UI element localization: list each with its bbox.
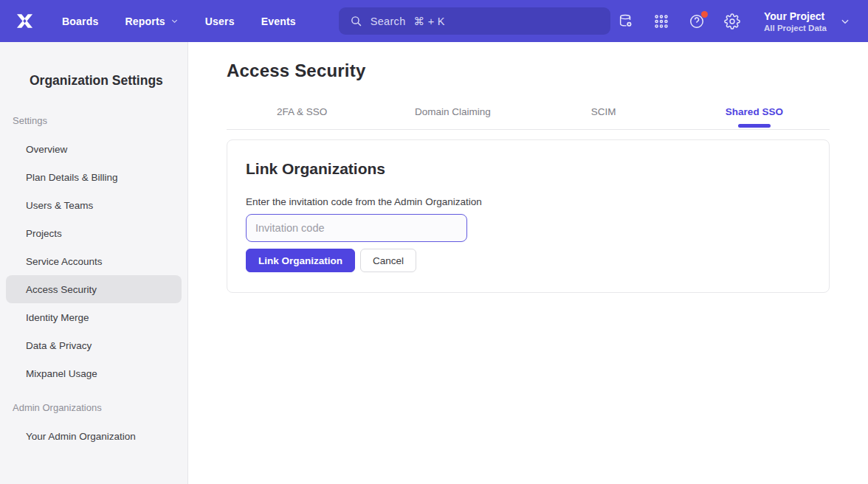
search-placeholder: Search [371, 15, 406, 27]
sidebar-item-your-admin-organization[interactable]: Your Admin Organization [0, 422, 187, 450]
tab-scim[interactable]: SCIM [528, 97, 679, 129]
tab-domain-claiming[interactable]: Domain Claiming [377, 97, 528, 129]
search-shortcut: ⌘ + K [414, 15, 445, 27]
nav-item-reports-label: Reports [125, 15, 165, 27]
sidebar-item-identity-merge[interactable]: Identity Merge [0, 303, 187, 331]
cancel-button[interactable]: Cancel [360, 249, 416, 272]
sidebar-section-settings: Settings [13, 115, 187, 126]
search-icon [350, 15, 362, 27]
sidebar-item-projects[interactable]: Projects [0, 219, 187, 247]
active-tab-indicator [738, 124, 771, 128]
settings-gear-icon[interactable] [724, 13, 740, 30]
nav-item-boards-label: Boards [62, 15, 98, 27]
chevron-down-icon [840, 16, 850, 27]
sidebar-item-overview[interactable]: Overview [0, 135, 187, 163]
chevron-down-icon [170, 17, 179, 25]
link-organizations-card: Link Organizations Enter the invitation … [227, 139, 830, 293]
invitation-code-label: Enter the invitation code from the Admin… [246, 196, 810, 207]
project-subtitle: All Project Data [764, 23, 827, 33]
sidebar-item-access-security[interactable]: Access Security [6, 275, 182, 303]
sidebar-item-data-privacy[interactable]: Data & Privacy [0, 331, 187, 359]
search-input[interactable]: Search ⌘ + K [339, 7, 610, 35]
sidebar-item-mixpanel-usage[interactable]: Mixpanel Usage [0, 359, 187, 387]
invitation-code-input[interactable] [246, 214, 467, 242]
sidebar-item-plan-details-billing[interactable]: Plan Details & Billing [0, 163, 187, 191]
sidebar-item-service-accounts[interactable]: Service Accounts [0, 247, 187, 275]
nav-item-users[interactable]: Users [205, 15, 235, 27]
tab-bar: 2FA & SSO Domain Claiming SCIM Shared SS… [227, 97, 830, 130]
tab-shared-sso[interactable]: Shared SSO [679, 97, 830, 129]
nav-item-boards[interactable]: Boards [62, 15, 98, 27]
mixpanel-logo-icon[interactable] [15, 11, 35, 31]
help-icon[interactable] [689, 13, 705, 30]
navbar-right: Your Project All Project Data [618, 10, 850, 33]
sidebar-section-admin-orgs: Admin Organizations [13, 402, 187, 413]
main-content: Access Security 2FA & SSO Domain Claimin… [188, 42, 868, 484]
settings-sidebar: Organization Settings Settings Overview … [0, 42, 188, 484]
project-text: Your Project All Project Data [764, 10, 827, 33]
link-organization-button[interactable]: Link Organization [246, 249, 355, 272]
nav-item-reports[interactable]: Reports [125, 15, 178, 27]
nav-item-users-label: Users [205, 15, 235, 27]
sidebar-title: Organization Settings [30, 73, 187, 89]
notification-badge [701, 11, 708, 18]
project-switcher[interactable]: Your Project All Project Data [764, 10, 850, 33]
sidebar-item-users-teams[interactable]: Users & Teams [0, 191, 187, 219]
primary-nav: Boards Reports Users Events [62, 15, 296, 27]
tab-2fa-sso[interactable]: 2FA & SSO [227, 97, 377, 129]
card-title: Link Organizations [246, 160, 810, 178]
nav-item-events[interactable]: Events [261, 15, 296, 27]
top-navbar: Boards Reports Users Events Search ⌘ + K [0, 0, 868, 42]
apps-grid-icon[interactable] [653, 13, 669, 30]
nav-item-events-label: Events [261, 15, 296, 27]
project-name: Your Project [764, 10, 827, 23]
data-management-icon[interactable] [618, 13, 634, 30]
card-actions: Link Organization Cancel [246, 249, 810, 272]
page-title: Access Security [227, 60, 830, 81]
tab-shared-sso-label: Shared SSO [726, 106, 783, 117]
